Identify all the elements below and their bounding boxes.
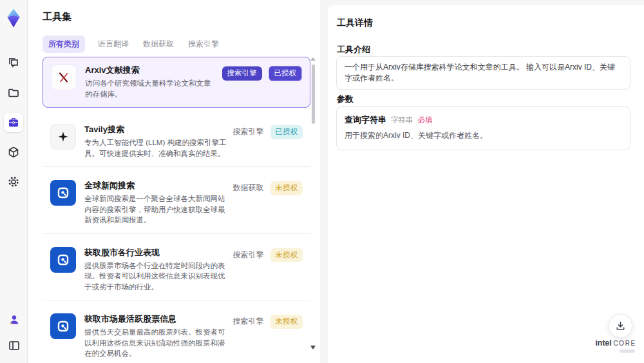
tool-name: 获取股市各行业表现 [84,247,228,259]
auth-status-badge: 已授权 [270,125,303,139]
tool-name: Tavily搜索 [84,124,228,135]
tool-card-arxiv[interactable]: Arxiv文献搜索 访问各个研究领域大量科学论文和文章的存储库。 搜索引擎 已授… [43,57,310,108]
scroll-down-arrow[interactable] [310,346,316,349]
icon-sidebar [0,0,28,363]
sidebar-item-files[interactable] [4,83,23,103]
sidebar-item-plugins[interactable] [4,142,23,162]
gear-icon [7,175,20,188]
global-news-icon [50,180,76,206]
tool-detail-panel: 工具详情 工具介绍 一个用于从Arxiv存储库搜索科学论文和文章的工具。 输入可… [328,5,644,363]
auth-status-badge: 未授权 [270,248,303,262]
cube-icon [7,146,20,159]
sidebar-item-tools[interactable] [4,113,23,132]
intel-wordmark: intel [595,338,611,348]
page-title: 工具集 [43,11,71,23]
download-button[interactable] [609,314,632,338]
tool-card-tavily[interactable]: Tavily搜索 专为人工智能代理 (LLM) 构建的搜索引擎工具。可快速提供实… [43,117,310,167]
tool-name: 全球新闻搜索 [84,180,228,191]
chat-icon [7,57,20,70]
core-wordmark: CORE [613,340,636,347]
param-required-badge: 必填 [418,115,433,125]
tab-data-fetch[interactable]: 数据获取 [142,35,175,53]
stock-search-icon [50,313,76,339]
stock-search-icon [50,247,76,273]
tool-list: Arxiv文献搜索 访问各个研究领域大量科学论文和文章的存储库。 搜索引擎 已授… [43,57,310,363]
tool-card-sector-performance[interactable]: 获取股市各行业表现 提供股票市场各个行业在特定时间段内的表现。投资者可以利用这些… [43,240,310,301]
tool-card-global-news[interactable]: 全球新闻搜索 全球新闻搜索是一个聚合全球各大新闻网站内容的搜索引擎，帮助用户快速… [43,173,310,234]
params-heading: 参数 [337,93,354,105]
app-logo-icon [5,8,22,28]
arxiv-icon [51,64,77,90]
tool-description: 专为人工智能代理 (LLM) 构建的搜索引擎工具。可快速提供实时、准确和真实的结… [84,137,228,159]
tab-all-categories[interactable]: 所有类别 [43,35,85,53]
intro-text: 一个用于从Arxiv存储库搜索科学论文和文章的工具。 输入可以是Arxiv ID… [345,62,622,84]
tool-name: Arxiv文献搜索 [85,64,217,76]
scroll-up-arrow[interactable] [310,57,316,61]
sidebar-item-settings[interactable] [4,172,23,191]
tool-description: 全球新闻搜索是一个聚合全球各大新闻网站内容的搜索引擎，帮助用户快速获取全球最新资… [84,193,228,226]
category-label: 搜索引擎 [233,250,264,260]
category-label: 搜索引擎 [233,126,264,137]
auth-status-badge: 已授权 [269,66,303,81]
tool-description: 访问各个研究领域大量科学论文和文章的存储库。 [85,78,217,99]
intro-box: 一个用于从Arxiv存储库搜索科学论文和文章的工具。 输入可以是Arxiv ID… [336,56,630,90]
panel-toggle-icon [8,339,21,352]
sidebar-item-user[interactable] [5,310,24,329]
tab-search-engine[interactable]: 搜索引擎 [187,35,220,53]
intel-core-subtext [620,349,635,353]
param-name: 查询字符串 [345,114,386,126]
tool-description: 提供当天交易量最高的股票列表。投资者可以利用这些信息来识别流动性强的股票和潜在的… [84,327,228,359]
param-box: 查询字符串 字符串 必填 用于搜索的Arxiv ID、关键字或作者姓名。 [336,106,630,150]
scrollbar-thumb[interactable] [312,64,315,124]
tool-card-most-active-stocks[interactable]: 获取市场最活跃股票信息 提供当天交易量最高的股票列表。投资者可以利用这些信息来识… [43,306,310,363]
tool-list-panel: 工具集 所有类别 语言翻译 数据获取 搜索引擎 Arxiv文献搜索 访问各个研究… [28,0,320,363]
tool-description: 提供股票市场各个行业在特定时间段内的表现。投资者可以利用这些信息来识别表现优于或… [84,260,228,293]
user-icon [8,313,21,326]
auth-status-badge: 未授权 [270,315,303,329]
intro-heading: 工具介绍 [337,44,370,55]
detail-title: 工具详情 [337,17,373,29]
download-icon [615,320,626,331]
toolbox-icon [7,116,20,129]
tool-name: 获取市场最活跃股票信息 [84,313,228,325]
intel-core-logo: intel CORE [594,338,638,353]
app-window: 工具集 所有类别 语言翻译 数据获取 搜索引擎 Arxiv文献搜索 访问各个研究… [0,0,644,363]
sidebar-item-chat[interactable] [4,54,23,73]
category-badge: 搜索引擎 [222,66,262,81]
category-tabs: 所有类别 语言翻译 数据获取 搜索引擎 [43,35,220,53]
tavily-icon [50,124,76,150]
tab-translation[interactable]: 语言翻译 [97,35,130,53]
category-label: 数据获取 [233,182,264,193]
param-type: 字符串 [391,115,413,125]
auth-status-badge: 未授权 [270,181,303,195]
category-label: 搜索引擎 [233,316,264,327]
folder-icon [7,86,20,99]
param-description: 用于搜索的Arxiv ID、关键字或作者姓名。 [345,130,622,141]
sidebar-item-panel-toggle[interactable] [5,336,24,355]
